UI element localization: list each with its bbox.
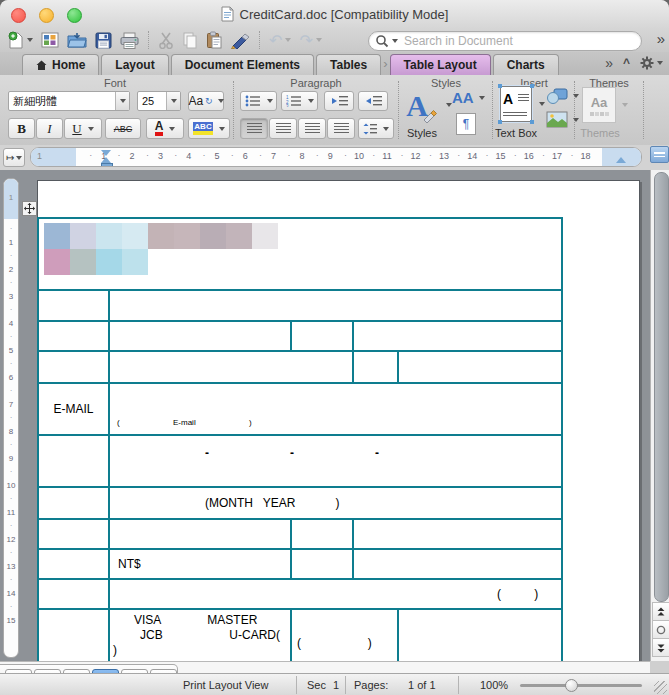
tab-stop-selector[interactable]: ↦ [3, 148, 25, 167]
table-cell[interactable] [292, 550, 354, 578]
email-hint: ( E-mail ) [117, 418, 252, 427]
ruler-tick: · [287, 150, 290, 160]
save-button[interactable] [95, 32, 112, 49]
highlight-button[interactable]: ABC [188, 118, 230, 139]
resize-grip[interactable] [654, 681, 667, 694]
table-cell[interactable] [39, 520, 110, 548]
table-row[interactable]: (MONTH YEAR ) [39, 488, 561, 520]
browse-previous-button[interactable] [652, 602, 669, 621]
redacted-block [96, 249, 122, 275]
table-cell[interactable] [110, 352, 354, 382]
browse-object-button[interactable] [652, 620, 669, 639]
font-color-icon: A [155, 121, 164, 136]
format-painter-button[interactable] [230, 32, 250, 49]
vertical-scrollbar-thumb[interactable] [654, 172, 669, 602]
first-line-indent-marker[interactable] [101, 150, 111, 156]
table-row[interactable]: VISA MASTER JCB U-CARD( ) ( ) [39, 610, 561, 661]
email-label-cell[interactable]: E-MAIL [39, 384, 110, 434]
line-spacing-button[interactable] [358, 118, 394, 139]
numbering-button[interactable]: 123 [281, 91, 318, 111]
align-left-button[interactable] [240, 118, 268, 139]
table-cell[interactable] [39, 352, 110, 382]
chevron-down-icon [657, 61, 663, 65]
increase-indent-button[interactable] [358, 91, 388, 111]
zoom-value: 100% [480, 679, 508, 691]
table-cell[interactable] [354, 352, 399, 382]
card-type-cell[interactable]: VISA MASTER JCB U-CARD( ) [110, 610, 292, 661]
zoom-slider-knob[interactable] [565, 679, 578, 692]
styles-button[interactable]: A [402, 85, 442, 127]
table-move-handle[interactable] [22, 201, 37, 216]
table-cell[interactable] [39, 488, 110, 518]
vertical-ruler[interactable]: 1 1·2·3·4·5·6·7·8·9·10·11·12·13·14·15· [3, 178, 19, 658]
table-cell[interactable] [292, 520, 354, 548]
table-cell[interactable] [39, 436, 110, 486]
strikethrough-button[interactable]: ABC [105, 118, 141, 139]
zoom-slider[interactable] [520, 684, 642, 687]
font-size-select[interactable]: 25 [137, 91, 181, 111]
toolbar-overflow-button[interactable]: » [657, 30, 665, 47]
table-cell[interactable] [39, 291, 110, 320]
tab-document-elements[interactable]: Document Elements [171, 54, 314, 75]
browse-next-button[interactable] [652, 638, 669, 657]
font-name-select[interactable]: 新細明體 [8, 91, 130, 111]
table-row[interactable] [39, 322, 561, 352]
tab-layout[interactable]: Layout [101, 54, 168, 75]
table-cell[interactable] [110, 520, 292, 548]
gallery-button[interactable] [41, 32, 59, 48]
table-row[interactable] [39, 352, 561, 384]
amount-cell[interactable]: NT$ [110, 550, 292, 578]
align-right-button[interactable] [298, 118, 326, 139]
font-color-button[interactable]: A [146, 118, 184, 139]
table-cell[interactable] [39, 610, 110, 661]
ruler-tick: · [4, 386, 18, 395]
table-cell[interactable] [110, 322, 292, 350]
justify-button[interactable] [327, 118, 355, 139]
italic-button[interactable]: I [36, 118, 63, 139]
right-indent-marker[interactable] [616, 157, 626, 163]
tab-tables[interactable]: Tables [316, 54, 381, 75]
ribbon-settings-button[interactable] [640, 56, 663, 70]
table-row[interactable]: E-MAIL ( E-mail ) [39, 384, 561, 436]
bold-button[interactable]: B [8, 118, 35, 139]
ruler-number: 9 [4, 454, 18, 463]
table-cell[interactable] [39, 580, 110, 608]
double-up-icon [656, 607, 666, 617]
tab-overflow-button[interactable]: » [605, 55, 613, 71]
paste-button[interactable] [206, 31, 222, 49]
style-pane-button[interactable]: ¶ [456, 113, 476, 135]
text-effects-button[interactable]: AA [452, 89, 485, 106]
table-row[interactable] [39, 219, 561, 291]
underline-button[interactable]: U [64, 118, 102, 139]
align-center-button[interactable] [269, 118, 297, 139]
change-case-button[interactable]: Aa ↻ [188, 91, 224, 111]
left-indent-marker[interactable] [101, 163, 113, 167]
gear-icon [640, 56, 654, 70]
split-view-button[interactable] [650, 146, 669, 163]
numbering-icon: 123 [286, 95, 302, 107]
tab-table-layout[interactable]: Table Layout [390, 54, 491, 75]
table-row[interactable]: NT$ [39, 550, 561, 580]
text-box-button[interactable]: A [500, 86, 532, 122]
open-button[interactable] [67, 32, 87, 48]
tab-charts[interactable]: Charts [493, 54, 559, 75]
print-button[interactable] [120, 32, 139, 49]
horizontal-ruler[interactable]: 1 1·2·3·4·5·6·7·8·9·10·11·12·13·14·15·16… [30, 147, 642, 167]
bullets-button[interactable] [240, 91, 277, 111]
table-cell[interactable] [39, 322, 110, 350]
picture-button[interactable] [546, 111, 579, 128]
table-row[interactable] [39, 291, 561, 322]
table-row[interactable]: - - - [39, 436, 561, 488]
decrease-indent-button[interactable] [324, 91, 354, 111]
table-row[interactable] [39, 520, 561, 550]
vertical-scrollbar[interactable] [650, 170, 669, 661]
search-input[interactable]: Search in Document [368, 31, 642, 51]
ribbon-collapse-button[interactable]: ^ [623, 56, 630, 70]
table-cell[interactable]: ( ) [292, 610, 399, 661]
shapes-button[interactable] [546, 87, 579, 105]
table-cell[interactable] [292, 322, 354, 350]
table-row[interactable]: ( ) [39, 580, 561, 610]
tab-home[interactable]: Home [22, 54, 99, 75]
table-cell[interactable] [39, 550, 110, 578]
new-document-button[interactable] [8, 31, 33, 49]
